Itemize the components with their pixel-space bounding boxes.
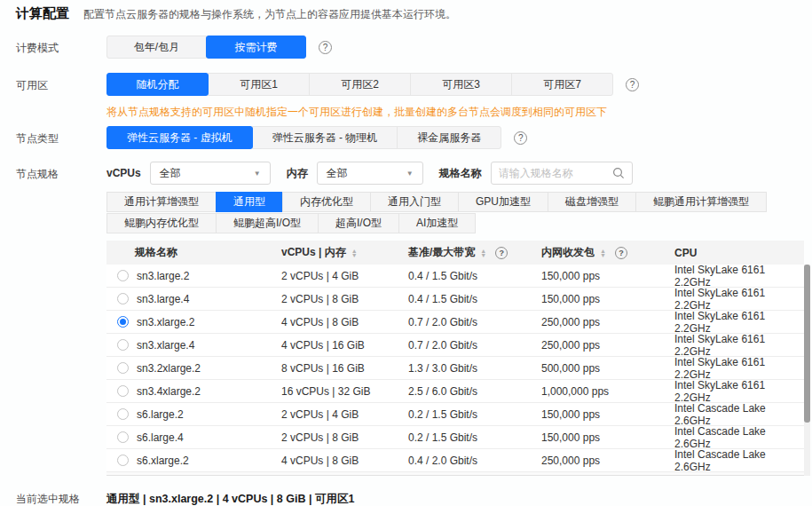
billing-mode-segmented: 包年/包月按需计费: [106, 36, 306, 59]
sort-icon[interactable]: ▲▼: [600, 249, 606, 257]
spec-name-search-input[interactable]: [499, 167, 603, 179]
table-row[interactable]: sn3.2xlarge.28 vCPUs | 16 GiB1.3 / 3.0 G…: [106, 357, 804, 380]
node-type-help-icon[interactable]: ?: [514, 131, 527, 145]
cell-bandwidth: 0.4 / 1.5 Gbit/s: [408, 293, 541, 305]
node-spec-label: 节点规格: [16, 162, 106, 182]
table-row[interactable]: sn3.xlarge.44 vCPUs | 16 GiB0.7 / 2.0 Gb…: [106, 334, 804, 357]
table-row[interactable]: s6.large.22 vCPUs | 4 GiB0.2 / 1.5 Gbit/…: [106, 403, 804, 426]
spec-category-tab[interactable]: 通用入门型: [370, 192, 459, 212]
spec-name: sn3.4xlarge.2: [137, 385, 201, 398]
cell-vcpu_mem: 4 vCPUs | 8 GiB: [281, 455, 408, 467]
vcpus-select-value: 全部: [160, 166, 181, 181]
vcpus-select[interactable]: 全部 ▼: [150, 162, 271, 185]
billing-option[interactable]: 包年/包月: [106, 36, 207, 59]
spec-radio-button[interactable]: [117, 455, 129, 466]
table-row[interactable]: sn3.xlarge.24 vCPUs | 8 GiB0.7 / 2.0 Gbi…: [106, 311, 804, 334]
az-segmented: 随机分配可用区1可用区2可用区3可用区7: [106, 73, 613, 96]
table-scrollbar[interactable]: [804, 265, 810, 476]
spec-category-row2: 鲲鹏内存优化型鲲鹏超高I/O型超高I/O型AI加速型: [106, 213, 812, 233]
page-subtitle: 配置节点云服务器的规格与操作系统，为节点上的容器应用提供基本运行环境。: [83, 7, 456, 22]
cell-cpu: Intel SkyLake 6161 2.2GHz: [674, 287, 798, 312]
cell-vcpu_mem: 8 vCPUs | 16 GiB: [281, 362, 408, 375]
az-help-icon[interactable]: ?: [626, 78, 639, 91]
spec-radio-button[interactable]: [117, 293, 129, 304]
section-header: 计算配置 配置节点云服务器的规格与操作系统，为节点上的容器应用提供基本运行环境。: [16, 5, 812, 25]
cell-vcpu_mem: 4 vCPUs | 8 GiB: [281, 316, 408, 328]
table-row[interactable]: sn3.4xlarge.216 vCPUs | 32 GiB2.5 / 6.0 …: [106, 380, 804, 403]
cell-pps: 500,000 pps: [541, 362, 674, 375]
spec-category-tab[interactable]: 鲲鹏通用计算增强型: [635, 192, 767, 212]
sort-icon[interactable]: ▲▼: [480, 249, 486, 257]
cell-pps: 250,000 pps: [541, 316, 674, 328]
cell-bandwidth: 0.2 / 1.5 Gbit/s: [408, 431, 541, 444]
cell-vcpu_mem: 2 vCPUs | 4 GiB: [281, 408, 408, 421]
spec-category-tab[interactable]: 鲲鹏内存优化型: [106, 213, 217, 233]
cell-cpu: Intel Cascade Lake 2.6GHz: [674, 448, 798, 473]
billing-mode-label: 计费模式: [16, 36, 106, 56]
selected-spec-label: 当前选中规格: [16, 492, 106, 506]
spec-radio-button[interactable]: [117, 385, 129, 397]
spec-radio-button[interactable]: [117, 270, 129, 281]
cell-cpu: Intel SkyLake 6161 2.2GHz: [674, 379, 798, 404]
bandwidth-help-icon[interactable]: ?: [495, 247, 508, 259]
memory-select[interactable]: 全部 ▼: [317, 162, 423, 185]
billing-option[interactable]: 按需计费: [206, 36, 306, 59]
spec-table-header: 规格名称 vCPUs | 内存 ▲▼ 基准/最大带宽 ▲▼ ? 内网收发包 ▲▼…: [106, 241, 804, 265]
spec-category-tab[interactable]: 内存优化型: [282, 192, 371, 212]
node-type-option[interactable]: 裸金属服务器: [397, 126, 501, 149]
spec-name-filter-label: 规格名称: [439, 166, 482, 181]
cell-vcpu_mem: 2 vCPUs | 4 GiB: [281, 270, 408, 282]
spec-radio-button[interactable]: [117, 431, 129, 443]
spec-name: sn3.xlarge.4: [137, 339, 194, 352]
cell-pps: 1,000,000 pps: [541, 385, 674, 398]
az-note: 将从节点规格支持的可用区中随机指定一个可用区进行创建，批量创建的多台节点会调度到…: [106, 105, 812, 119]
az-option[interactable]: 可用区3: [410, 73, 512, 96]
spec-radio-button[interactable]: [117, 316, 129, 328]
spec-category-tab[interactable]: 通用型: [216, 192, 283, 212]
col-header-vcpu-mem: vCPUs | 内存 ▲▼: [281, 245, 408, 260]
az-option[interactable]: 可用区7: [511, 73, 613, 96]
cell-cpu: Intel SkyLake 6161 2.2GHz: [674, 310, 798, 335]
cell-bandwidth: 0.4 / 2.0 Gbit/s: [408, 455, 541, 467]
cell-cpu: Intel SkyLake 6161 2.2GHz: [674, 264, 798, 289]
spec-category-tab[interactable]: 通用计算增强型: [106, 192, 217, 212]
col-header-bandwidth: 基准/最大带宽 ▲▼ ?: [408, 245, 541, 260]
memory-filter-label: 内存: [287, 166, 308, 181]
scrollbar-thumb[interactable]: [804, 265, 810, 423]
cell-bandwidth: 2.5 / 6.0 Gbit/s: [408, 385, 541, 398]
sort-icon[interactable]: ▲▼: [351, 249, 358, 257]
cell-pps: 250,000 pps: [541, 455, 674, 467]
spec-category-tab[interactable]: 鲲鹏超高I/O型: [216, 213, 319, 233]
spec-radio-button[interactable]: [117, 408, 129, 420]
node-type-option[interactable]: 弹性云服务器 - 物理机: [252, 126, 398, 149]
spec-category-tab[interactable]: GPU加速型: [458, 192, 548, 212]
cell-cpu: Intel SkyLake 6161 2.2GHz: [674, 356, 798, 381]
memory-select-value: 全部: [327, 166, 348, 181]
cell-bandwidth: 0.7 / 2.0 Gbit/s: [408, 339, 541, 352]
spec-name: s6.large.4: [137, 431, 184, 444]
spec-category-tab[interactable]: 超高I/O型: [318, 213, 399, 233]
spec-category-tab[interactable]: AI加速型: [398, 213, 476, 233]
spec-category-tab[interactable]: 磁盘增强型: [548, 192, 636, 212]
pps-help-icon[interactable]: ?: [615, 247, 627, 259]
spec-name: sn3.large.2: [137, 270, 189, 282]
billing-help-icon[interactable]: ?: [319, 41, 332, 54]
az-option[interactable]: 可用区1: [208, 73, 310, 96]
search-icon[interactable]: [612, 167, 625, 179]
cell-vcpu_mem: 2 vCPUs | 8 GiB: [281, 431, 408, 444]
node-type-option[interactable]: 弹性云服务器 - 虚拟机: [106, 126, 253, 149]
col-header-name: 规格名称: [106, 245, 281, 260]
table-row[interactable]: sn3.large.22 vCPUs | 4 GiB0.4 / 1.5 Gbit…: [106, 265, 804, 288]
table-row[interactable]: sn3.large.42 vCPUs | 8 GiB0.4 / 1.5 Gbit…: [106, 288, 804, 311]
spec-radio-button[interactable]: [117, 362, 129, 374]
spec-radio-button[interactable]: [117, 339, 129, 351]
selected-spec-value: 通用型 | sn3.xlarge.2 | 4 vCPUs | 8 GiB | 可…: [106, 492, 354, 506]
table-row[interactable]: s6.large.42 vCPUs | 8 GiB0.2 / 1.5 Gbit/…: [106, 426, 804, 449]
az-option[interactable]: 可用区2: [309, 73, 411, 96]
page-title: 计算配置: [16, 5, 69, 22]
table-row[interactable]: s6.xlarge.24 vCPUs | 8 GiB0.4 / 2.0 Gbit…: [106, 449, 804, 472]
spec-name: s6.large.2: [137, 408, 184, 421]
spec-category-row1: 通用计算增强型通用型内存优化型通用入门型GPU加速型磁盘增强型鲲鹏通用计算增强型: [106, 192, 812, 212]
az-option[interactable]: 随机分配: [106, 73, 209, 96]
node-type-segmented: 弹性云服务器 - 虚拟机弹性云服务器 - 物理机裸金属服务器: [106, 126, 501, 149]
